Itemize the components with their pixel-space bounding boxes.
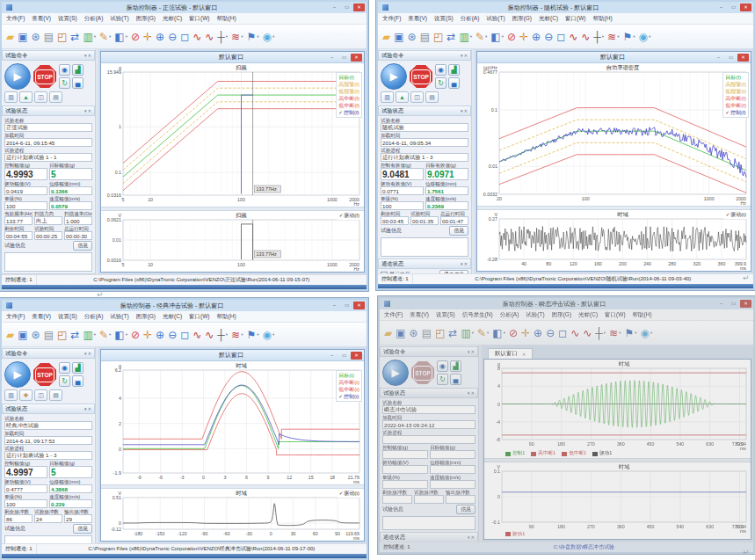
window-titlebar[interactable]: 振动控制器 - 随机试验 - 默认窗口 – ▭ ✕ <box>378 2 753 13</box>
dropdown-caret-icon[interactable]: ▾ <box>635 331 636 335</box>
record-icon[interactable]: ◉ <box>59 362 70 374</box>
dropdown-caret-icon[interactable]: ▾ <box>109 332 111 337</box>
display-setup-icon[interactable]: ◧▾ <box>490 27 505 46</box>
field-value[interactable]: 1.000 <box>64 216 92 225</box>
minimize-button[interactable]: – <box>715 300 727 308</box>
new-schedule-icon[interactable]: ▥▾ <box>82 325 97 344</box>
overlay-plot-icon[interactable]: ≋▾ <box>230 325 243 344</box>
window-titlebar[interactable]: 振动控制器 - 经典冲击试验 - 默认窗口 – ▭ ✕ <box>2 300 367 311</box>
report-icon[interactable]: ▤ <box>49 389 62 401</box>
save-icon[interactable]: ▣▾ <box>395 324 406 342</box>
dropdown-caret-icon[interactable]: ▾ <box>241 34 243 39</box>
field-value[interactable]: 5 <box>49 168 92 180</box>
stop-display-icon[interactable]: ⊘▾ <box>130 27 141 46</box>
info-button[interactable]: 信息 <box>73 524 92 534</box>
save-icon[interactable]: ▣▾ <box>17 27 28 46</box>
report-icon[interactable]: ▤ <box>49 91 62 103</box>
field-value[interactable]: 0.0579 <box>49 201 92 210</box>
edit-signal-icon[interactable]: ✎▾ <box>98 325 112 344</box>
menu-item[interactable]: 窗口(W) <box>565 15 585 23</box>
legend-item[interactable]: ✓控制(f) <box>725 109 746 116</box>
new-schedule-icon[interactable]: ▥▾ <box>458 27 473 46</box>
field-value[interactable]: 00:00:30 <box>64 231 92 240</box>
spectrum-view-icon[interactable]: ▟ <box>448 64 460 76</box>
zoom-in-icon[interactable]: ⊕▾ <box>533 324 543 342</box>
legend-item[interactable]: ✓目标(t) <box>338 372 359 379</box>
minimize-button[interactable]: – <box>329 302 340 309</box>
dropdown-caret-icon[interactable]: ▾ <box>226 34 228 39</box>
print-icon[interactable]: ▤▾ <box>43 325 54 344</box>
menu-item[interactable]: 试验(T) <box>486 15 505 23</box>
dropdown-caret-icon[interactable]: ▾ <box>617 34 619 39</box>
field-value[interactable]: 0.1366 <box>49 186 92 195</box>
stop-test-button[interactable]: STOP <box>33 65 56 88</box>
drive-legend[interactable]: ✓驱动(t) <box>338 490 361 498</box>
start-test-button[interactable]: ▶ <box>381 63 407 90</box>
legend-item[interactable]: ✓高报警(f) <box>338 81 359 88</box>
close-button[interactable]: ✕ <box>740 4 751 11</box>
print-icon[interactable]: ▤▾ <box>419 27 431 46</box>
display-setup-icon[interactable]: ◧▾ <box>113 27 128 46</box>
spectrum-plot-icon[interactable]: ∿▾ <box>568 27 578 46</box>
field-value[interactable]: 4.3868 <box>49 484 92 493</box>
screenshot-icon[interactable]: ◰▾ <box>432 27 444 46</box>
legend-item[interactable]: ✓低中断(f) <box>725 102 746 109</box>
settings-gears-icon[interactable]: ⊛▾ <box>409 324 419 342</box>
spectrum-plot-icon[interactable]: ∿▾ <box>570 324 580 342</box>
dropdown-caret-icon[interactable]: ▾ <box>226 332 228 337</box>
waterfall-plot-icon[interactable]: ∿▾ <box>204 325 214 344</box>
field-value[interactable]: 1.7561 <box>425 186 468 195</box>
field-value[interactable]: 100 <box>4 499 47 508</box>
field-value[interactable]: 4.9997 <box>4 466 47 478</box>
legend-item[interactable]: ✓低报警(f) <box>725 88 746 95</box>
field-value[interactable]: 00:00:25 <box>34 231 62 240</box>
field-value[interactable]: 经典冲击试验 <box>4 421 92 430</box>
field-value[interactable]: 正弦试验 <box>4 123 92 132</box>
menu-item[interactable]: 查看(V) <box>32 15 51 23</box>
histogram-view-icon[interactable]: ▄ <box>72 375 83 387</box>
field-value[interactable] <box>382 435 476 444</box>
doc-close-button[interactable]: ✕ <box>737 54 749 62</box>
field-value[interactable]: 00:01:35 <box>410 216 439 225</box>
close-button[interactable]: ✕ <box>353 4 365 11</box>
pan-hand-icon[interactable]: ✛▾ <box>142 325 153 344</box>
transfer-icon[interactable]: ⇄▾ <box>69 325 80 344</box>
panel-dock-icons[interactable]: ▾ ✕ <box>461 108 468 113</box>
screenshot-icon[interactable]: ◰▾ <box>56 325 68 344</box>
field-value[interactable] <box>382 480 428 489</box>
field-value[interactable] <box>382 495 412 504</box>
panel-dock-icons[interactable]: ▾ ✕ <box>468 535 475 540</box>
dropdown-caret-icon[interactable]: ▾ <box>126 332 127 337</box>
open-folder-icon[interactable]: ▰▾ <box>383 324 393 342</box>
dropdown-caret-icon[interactable]: ▾ <box>485 34 487 39</box>
eject-icon[interactable]: ▲ <box>19 91 33 103</box>
field-value[interactable]: 86 <box>4 514 33 523</box>
menu-item[interactable]: 设置(S) <box>436 311 455 319</box>
legend-item[interactable]: ✓高中断(f) <box>725 95 746 102</box>
panel-dock-icons[interactable]: ▾ ✕ <box>468 390 475 396</box>
waterfall-plot-icon[interactable]: ∿▾ <box>204 27 214 46</box>
menu-item[interactable]: 试验(T) <box>110 313 128 321</box>
menu-item[interactable]: 帮助(H) <box>633 311 652 319</box>
document-titlebar[interactable]: 默认窗口 – ▭ ✕ <box>101 52 364 63</box>
field-value[interactable]: 100 <box>381 201 424 210</box>
menu-item[interactable]: 窗口(W) <box>605 311 625 319</box>
zoom-fit-icon[interactable]: ◻▾ <box>557 324 568 342</box>
field-value[interactable]: 随机试验 <box>381 123 468 132</box>
refresh-icon[interactable]: ↻ <box>435 77 446 89</box>
field-value[interactable]: 0.229 <box>49 499 92 508</box>
dropdown-caret-icon[interactable]: ▾ <box>257 332 258 337</box>
menu-item[interactable]: 设置(S) <box>58 313 77 321</box>
doc-restore-button[interactable]: ▭ <box>338 352 350 360</box>
zoom-fit-icon[interactable]: ◻▾ <box>555 27 566 46</box>
pan-hand-icon[interactable]: ✛▾ <box>142 27 153 46</box>
print-icon[interactable]: ▤▾ <box>421 324 432 342</box>
legend-item[interactable]: ✓低报警(f) <box>338 88 359 95</box>
zoom-in-icon[interactable]: ⊕▾ <box>155 27 165 46</box>
spectrum-view-icon[interactable]: ▟ <box>450 360 461 372</box>
refresh-icon[interactable]: ↻ <box>437 374 448 385</box>
legend-item[interactable]: ✓目标(f) <box>338 74 359 81</box>
legend-item[interactable]: 低中断1 <box>562 450 586 457</box>
print-icon[interactable]: ▤▾ <box>43 27 54 46</box>
dropdown-caret-icon[interactable]: ▾ <box>650 331 652 335</box>
